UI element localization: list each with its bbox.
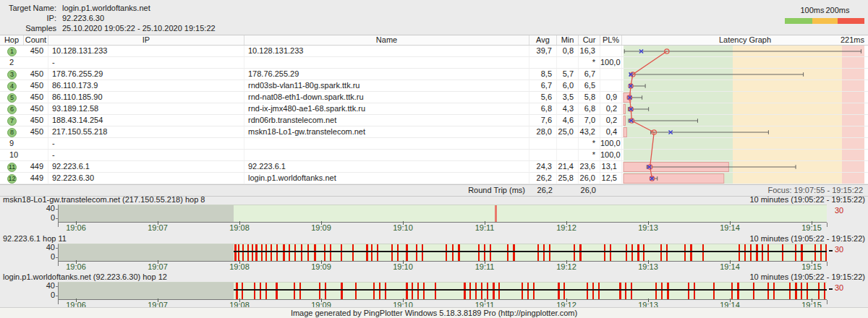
hop-row[interactable]: 2 - * 100,0 [0, 57, 868, 69]
packet-loss-mark [801, 244, 803, 261]
name-cell: rnd-nat08-eth1-down.spark.ttk.ru [244, 92, 529, 103]
hop-row[interactable]: 12 449 92.223.6.30 login.p1.worldoftanks… [0, 173, 868, 184]
hop-badge: 11 [7, 163, 17, 172]
packet-loss-mark [750, 244, 752, 261]
col-header-latency-graph[interactable]: Latency Graph 221ms [622, 35, 868, 45]
packet-loss-mark [423, 283, 425, 299]
hop-cell: 3 [0, 69, 24, 80]
packet-loss-mark [825, 244, 827, 261]
col-header-name[interactable]: Name [244, 35, 529, 45]
min-cell: 25,8 [557, 173, 579, 184]
hop-row[interactable]: 8 450 217.150.55.218 mskn18-Lo1-gw.trans… [0, 126, 868, 138]
cur-cell: 7,0 [579, 115, 600, 126]
packet-loss-mark [242, 244, 244, 261]
cur-cell: 43,2 [579, 126, 600, 137]
current-latency-dash [829, 288, 833, 290]
packet-loss-mark [684, 244, 686, 261]
packet-loss-mark [801, 283, 802, 299]
col-header-avg[interactable]: Avg [529, 35, 557, 45]
packet-loss-mark [325, 283, 326, 299]
latency-graph-cell [622, 80, 868, 91]
packet-loss-mark [412, 283, 413, 299]
ip-cell: - [48, 57, 244, 68]
packet-loss-mark [452, 244, 454, 261]
packet-loss-mark [247, 244, 249, 261]
packet-loss-mark [598, 283, 600, 299]
pl-cell: 0,9 [600, 92, 622, 103]
timeline-plot[interactable] [58, 282, 827, 300]
hop-row[interactable]: 4 450 86.110.173.9 rnd03sb-vlan11-80g.sp… [0, 80, 868, 92]
col-header-min[interactable]: Min [557, 35, 579, 45]
current-value-label: 30 [835, 245, 843, 254]
hop-badge: 12 [7, 174, 17, 184]
latency-graph-title: Latency Graph [622, 35, 868, 45]
packet-loss-mark [513, 244, 515, 261]
packet-loss-mark [422, 244, 423, 261]
count-cell: 450 [24, 126, 48, 137]
packet-loss-mark [487, 283, 488, 299]
col-header-cur[interactable]: Cur [579, 35, 600, 45]
hop-row[interactable]: 3 450 178.76.255.29 178.76.255.29 8,5 5,… [0, 69, 868, 80]
min-cell [557, 138, 579, 149]
hop-row[interactable]: 11 449 92.223.6.1 92.223.6.1 24,3 21,4 2… [0, 161, 868, 173]
timeline-range-label: 10 minutes (19:05:22 - 19:15:22) [749, 195, 865, 205]
avg-cell: 6,8 [529, 103, 557, 114]
hop-cell: 2 [0, 57, 24, 68]
packet-loss-mark [795, 283, 797, 299]
packet-loss-mark [265, 244, 267, 261]
hop-row[interactable]: 5 450 86.110.185.90 rnd-nat08-eth1-down.… [0, 92, 868, 103]
packet-loss-mark [667, 283, 669, 299]
time-axis-label: 19:10 [388, 223, 417, 232]
count-cell: 450 [24, 80, 48, 91]
latency-line [234, 251, 827, 252]
latency-graph-cell [622, 92, 868, 103]
pl-cell: 12,5 [600, 173, 622, 184]
packet-loss-mark [242, 283, 243, 299]
cur-cell: 23,6 [579, 161, 600, 172]
hop-row[interactable]: 6 450 93.189.12.58 rnd-ix-jmx480-ae1-68.… [0, 103, 868, 115]
round-trip-cur: 26,0 [579, 185, 600, 196]
timeline-title: mskn18-Lo1-gw.transtelecom.net (217.150.… [3, 195, 205, 205]
latency-graph-cell [622, 126, 868, 137]
footer-credit: Image generated by PingPlotter Windows 5… [0, 307, 868, 318]
hop-row[interactable]: 10 - * 100,0 [0, 150, 868, 161]
packet-loss-mark [352, 244, 354, 261]
hop-row[interactable]: 1 450 10.128.131.233 10.128.131.233 39,7… [0, 46, 868, 57]
col-header-hop[interactable]: Hop [0, 35, 24, 45]
avg-cell: 24,3 [529, 161, 557, 172]
packet-loss-mark [549, 244, 550, 261]
latency-graph-cell [622, 150, 868, 160]
timeline-plot[interactable] [58, 244, 827, 262]
col-header-ip[interactable]: IP [48, 35, 244, 45]
hop-row[interactable]: 7 450 188.43.14.254 rdn06rb.transtelecom… [0, 115, 868, 126]
ip-cell: 93.189.12.58 [48, 103, 244, 114]
timeline-plot[interactable] [58, 205, 827, 223]
time-axis-label: 19:15 [797, 262, 826, 271]
y-axis-label-40: 40 [41, 205, 55, 212]
packet-loss-mark [690, 244, 692, 261]
packet-loss-mark [814, 244, 816, 261]
packet-loss-mark [289, 244, 290, 261]
packet-loss-mark [481, 283, 482, 299]
timeline-title: login.p1.worldoftanks.net (92.223.6.30) … [3, 272, 167, 282]
packet-loss-mark [276, 283, 278, 299]
time-axis-label: 19:07 [143, 223, 172, 232]
avg-cell: 8,5 [529, 69, 557, 80]
packet-loss-mark [660, 244, 662, 261]
cur-cell: 26,0 [579, 173, 600, 184]
col-header-count[interactable]: Count [24, 35, 48, 45]
packet-loss-mark [820, 244, 822, 261]
packet-loss-mark [484, 244, 485, 261]
packet-loss-mark [631, 283, 632, 299]
hop-badge: 1 [7, 47, 17, 56]
legend-100ms-label: 100ms [798, 6, 827, 14]
col-header-pl[interactable]: PL% [600, 35, 622, 45]
ip-cell: 86.110.185.90 [48, 92, 244, 103]
min-cell: 0,8 [557, 46, 579, 56]
hop-badge: 3 [7, 70, 17, 80]
hop-row[interactable]: 9 - * 100,0 [0, 138, 868, 150]
hop-badge: 4 [7, 82, 17, 91]
ip-cell: - [48, 150, 244, 160]
packet-loss-mark [314, 244, 316, 261]
latency-graph-cell [622, 57, 868, 68]
